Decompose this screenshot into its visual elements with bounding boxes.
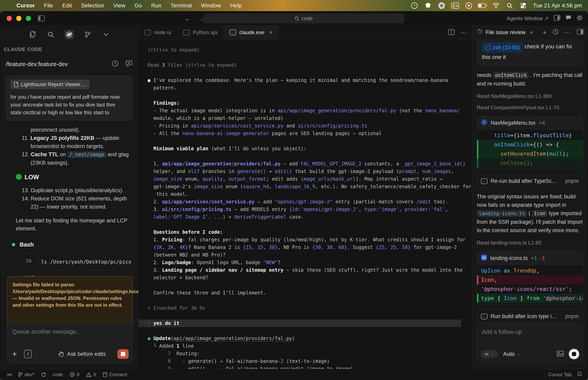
review-tab-title[interactable]: File issue review	[486, 29, 526, 36]
review-tab-bar: File issue review × + ⋯	[472, 25, 588, 40]
list-item[interactable]: View	[113, 2, 125, 9]
svg-text:TS: TS	[482, 256, 486, 259]
list-item[interactable]: Window	[201, 2, 221, 9]
tab-node-ui[interactable]: ›_ node ui	[138, 25, 177, 39]
agents-window-link[interactable]: Agents Window ↗	[507, 15, 548, 21]
followup-input-card[interactable]: Add a follow-up ∞⌄ Auto⌄	[477, 324, 583, 363]
settings-gear-icon[interactable]	[577, 15, 583, 22]
git-branch-icon[interactable]	[83, 30, 92, 39]
session-row[interactable]: /feature-dev:feature-dev	[6, 60, 133, 68]
chevron-down-icon[interactable]	[101, 30, 111, 39]
diff-card-navmegamenu[interactable]: NavMegaMenu.tsx +4 title={item.flyoutTit…	[477, 116, 583, 169]
diff-card-landing-icons[interactable]: TS landing-icons.ts +1 -1 UpIcon as Tren…	[477, 251, 583, 304]
bell-icon[interactable]	[577, 371, 582, 378]
close-window-button[interactable]	[7, 16, 12, 21]
attachment-chip[interactable]: Lighthouse Report Viewer....	[10, 80, 90, 89]
more-actions-icon[interactable]: ⋯	[461, 29, 467, 36]
battery-icon[interactable]	[479, 2, 486, 9]
message-input[interactable]: Queue another message...	[12, 328, 128, 335]
shield-menu-icon[interactable]	[424, 2, 432, 9]
added-count: +1	[531, 255, 537, 261]
warnings-indicator[interactable]: 0	[86, 372, 96, 377]
editor-area: ›_ node ui ›_ Python api ›_ claude.exe ×	[138, 25, 472, 369]
list-item[interactable]: Run	[151, 2, 162, 9]
assistant-report: preconnect unused).11. Legacy JS polyfil…	[6, 126, 133, 232]
layout-panel-icon[interactable]	[554, 15, 560, 22]
list-item[interactable]: Cursor	[16, 2, 35, 9]
more-icon[interactable]: ⋯	[565, 29, 571, 36]
read-file-line[interactable]: Read landing-icons.ts L1-85	[477, 240, 583, 246]
claude-spark-icon[interactable]	[64, 30, 74, 39]
menu-clock[interactable]: Tue 21 Apr 4:56 pm	[533, 2, 582, 9]
zsh-reference-chip[interactable]: ›_ zsh (10-95)	[482, 42, 523, 53]
cursor-window: ← → code Agents Window ↗	[0, 11, 588, 380]
svg-text:⌘: ⌘	[455, 4, 458, 7]
copy-files-icon[interactable]	[28, 30, 37, 39]
terminal-icon: ›_	[183, 30, 190, 35]
context-mode-pill[interactable]: ∞⌄	[481, 350, 498, 358]
claude-terminal-output[interactable]: (ctrl+o to expand) Read 3 files (ctrl+o …	[138, 40, 472, 369]
tab-python-api[interactable]: ›_ Python api	[177, 25, 223, 39]
stop-send-button[interactable]	[569, 349, 579, 359]
command-search-box[interactable]: code	[203, 14, 404, 23]
slash-command-button[interactable]: /	[24, 350, 32, 358]
panel-layout-icon[interactable]	[577, 29, 583, 36]
spotlight-search-icon[interactable]	[506, 2, 513, 9]
workspace-name[interactable]: code	[53, 372, 63, 377]
remote-indicator-icon[interactable]: ><	[7, 372, 11, 378]
followup-input[interactable]: Add a follow-up	[482, 329, 578, 335]
message-input-card[interactable]: Queue another message... + / Ask before …	[7, 323, 133, 363]
tool-status-dot	[12, 243, 15, 246]
attach-image-icon[interactable]	[557, 351, 564, 357]
command-label: Run build after icon type i…	[491, 313, 557, 320]
close-review-tab-icon[interactable]: ×	[530, 29, 533, 36]
list-item[interactable]: Terminal	[171, 2, 192, 9]
command-tool: pnpm	[565, 178, 579, 184]
ask-before-edits-toggle[interactable]: Ask before edits	[59, 351, 106, 357]
starburst-menu-icon[interactable]	[438, 2, 446, 9]
play-menu-icon[interactable]	[465, 2, 473, 9]
errors-indicator[interactable]: 0	[70, 372, 79, 377]
tab-claude-exe[interactable]: ›_ claude.exe ×	[223, 25, 278, 39]
git-branch-status[interactable]: dev*	[18, 372, 34, 377]
diff-code: title={item.flyoutTitle} onItemClick={()…	[477, 130, 583, 169]
command-card-run-build[interactable]: ›_ Run build after icon type i… pnpm	[477, 310, 583, 323]
list-item[interactable]: File	[44, 2, 53, 9]
command-card-rerun-build[interactable]: ›_ Re-run build after TypeSc… pnpm	[477, 175, 583, 188]
close-tab-icon[interactable]: ×	[269, 29, 272, 36]
keyboard-menu-icon[interactable]: ⌘	[451, 2, 459, 9]
back-button[interactable]: ←	[184, 15, 191, 22]
add-attachment-button[interactable]: +	[12, 350, 17, 359]
zoom-window-button[interactable]	[26, 16, 31, 21]
new-agent-icon[interactable]: +	[543, 29, 547, 36]
terminal-icon: ›_	[230, 30, 236, 35]
new-chat-icon[interactable]	[125, 60, 133, 68]
list-item: for you i have paste report and pdf form…	[10, 93, 128, 101]
list-item[interactable]: Selection	[81, 2, 104, 9]
read-file-line[interactable]: Read CompareItemFlyout.tsx L1-70	[477, 104, 583, 111]
settings-parse-warning: Settings file failed to parse: /Users/ya…	[7, 276, 133, 327]
command-label: Re-run build after TypeSc…	[491, 178, 557, 184]
minimize-window-button[interactable]	[16, 16, 21, 21]
history-clock-icon[interactable]	[112, 60, 119, 68]
assistant-paragraph: The original syntax issues are fixed; bu…	[477, 192, 583, 235]
split-editor-icon[interactable]	[448, 29, 455, 36]
control-center-icon[interactable]	[519, 2, 527, 9]
notification-badge-icon[interactable]: 7	[411, 2, 418, 9]
cursor-tab-status[interactable]: Cursor Tab	[548, 372, 572, 377]
search-icon[interactable]	[46, 30, 56, 39]
read-file-line[interactable]: Read NavMegaMenu.tsx L1-380	[477, 93, 583, 99]
bash-tool-header: Bash	[12, 241, 138, 248]
list-item[interactable]: Help	[230, 2, 242, 9]
diff-code: UpIcon as TrendUp,Icon,'@phosphor-icons/…	[477, 265, 583, 304]
sync-changes-icon[interactable]	[41, 372, 46, 377]
list-item[interactable]: Edit	[62, 2, 72, 9]
wifi-icon[interactable]	[492, 2, 500, 9]
chat-icon[interactable]	[565, 15, 571, 22]
list-item[interactable]: Go	[135, 2, 142, 9]
model-selector[interactable]: Auto⌄	[503, 351, 520, 357]
stop-generation-button[interactable]	[117, 349, 129, 359]
db-connect-button[interactable]: Connect	[103, 372, 127, 377]
history-icon[interactable]	[553, 29, 559, 36]
toggle-sidebar-icon[interactable]	[38, 15, 45, 21]
